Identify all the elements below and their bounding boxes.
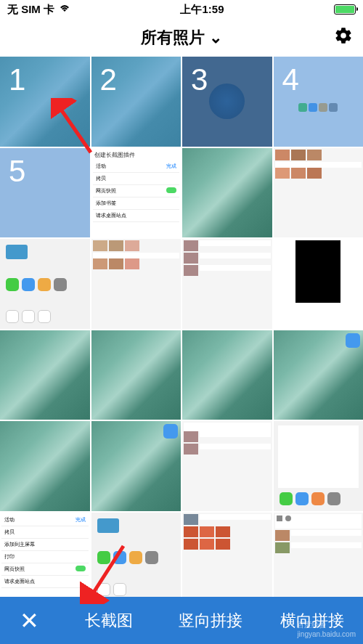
photo-thumbnail[interactable] bbox=[91, 239, 182, 329]
photo-thumbnail[interactable]: 创建长截图插件 活动完成 拷贝 网页快照 添加书签 请求桌面站点 bbox=[91, 148, 182, 238]
close-button[interactable]: ✕ bbox=[0, 597, 58, 644]
battery-icon bbox=[334, 4, 356, 15]
status-bar: 无 SIM 卡 上午1:59 bbox=[0, 0, 363, 19]
wifi-icon bbox=[59, 4, 70, 15]
photo-thumbnail[interactable]: 4 bbox=[274, 57, 364, 147]
photo-thumbnail[interactable]: 2 bbox=[91, 57, 182, 147]
photo-thumbnail[interactable] bbox=[182, 148, 272, 238]
photo-thumbnail[interactable]: 3 bbox=[182, 57, 272, 147]
selection-badge: 2 bbox=[91, 57, 182, 147]
carrier-text: 无 SIM 卡 bbox=[7, 3, 54, 17]
header-title-text: 所有照片 bbox=[141, 27, 205, 49]
photo-thumbnail[interactable]: 活动完成 拷贝 添加到主屏幕 打印 网页快照 请求桌面站点 bbox=[0, 513, 90, 603]
chevron-down-icon: ⌄ bbox=[209, 28, 222, 47]
photo-thumbnail[interactable] bbox=[0, 330, 90, 420]
settings-button[interactable] bbox=[334, 26, 353, 50]
selection-badge: 4 bbox=[274, 57, 364, 147]
header: 所有照片 ⌄ bbox=[0, 19, 363, 57]
photo-thumbnail[interactable] bbox=[182, 421, 272, 511]
status-right bbox=[334, 4, 356, 15]
long-screenshot-button[interactable]: 长截图 bbox=[58, 597, 160, 644]
photo-thumbnail[interactable] bbox=[182, 239, 272, 329]
status-left: 无 SIM 卡 bbox=[7, 3, 70, 17]
selection-badge: 1 bbox=[0, 57, 90, 147]
photo-thumbnail[interactable]: 5 bbox=[0, 148, 90, 238]
photo-thumbnail[interactable] bbox=[274, 421, 364, 511]
status-time: 上午1:59 bbox=[180, 3, 224, 17]
photo-thumbnail[interactable] bbox=[91, 513, 182, 603]
photo-grid: 1 2 3 4 5 创建长截图插件 活动完成 拷贝 网页快照 添加书签 请求桌面… bbox=[0, 57, 363, 602]
photo-thumbnail[interactable] bbox=[91, 421, 182, 511]
selection-badge: 5 bbox=[0, 148, 90, 238]
photo-thumbnail[interactable] bbox=[0, 239, 90, 329]
album-selector[interactable]: 所有照片 ⌄ bbox=[141, 27, 222, 49]
photo-thumbnail[interactable] bbox=[274, 239, 364, 329]
selection-badge: 3 bbox=[182, 57, 272, 147]
photo-thumbnail[interactable] bbox=[91, 330, 182, 420]
photo-thumbnail[interactable] bbox=[274, 513, 364, 603]
photo-thumbnail[interactable] bbox=[182, 513, 272, 603]
watermark: 百度经验 jingyan.baidu.com bbox=[297, 620, 356, 638]
vertical-stitch-button[interactable]: 竖向拼接 bbox=[160, 597, 261, 644]
photo-thumbnail[interactable] bbox=[274, 148, 364, 238]
photo-thumbnail[interactable] bbox=[0, 421, 90, 511]
photo-thumbnail[interactable] bbox=[274, 330, 364, 420]
photo-thumbnail[interactable]: 1 bbox=[0, 57, 90, 147]
photo-thumbnail[interactable] bbox=[182, 330, 272, 420]
